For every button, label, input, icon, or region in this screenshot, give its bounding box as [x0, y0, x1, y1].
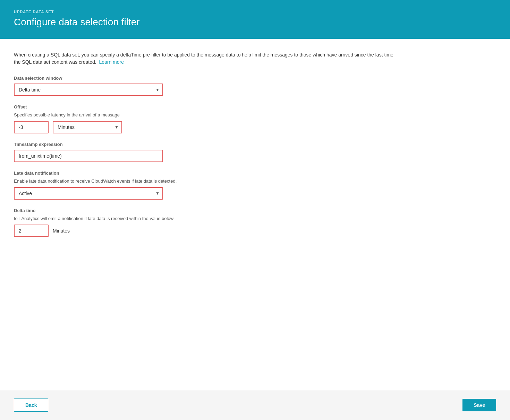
offset-unit-wrapper: Seconds Minutes Hours Days ▼: [53, 121, 122, 133]
offset-row: Seconds Minutes Hours Days ▼: [14, 121, 496, 133]
data-selection-window-select[interactable]: Delta time None: [14, 84, 163, 96]
timestamp-expression-label: Timestamp expression: [14, 142, 496, 147]
timestamp-expression-group: Timestamp expression: [14, 142, 496, 162]
delta-time-group: Delta time IoT Analytics will emit a not…: [14, 208, 496, 237]
main-content: When creating a SQL data set, you can sp…: [0, 39, 510, 390]
offset-sublabel: Specifies possible latency in the arriva…: [14, 112, 496, 117]
late-data-notification-wrapper: Active Inactive ▼: [14, 187, 163, 200]
data-selection-window-wrapper: Delta time None ▼: [14, 84, 163, 96]
page-subtitle: UPDATE DATA SET: [14, 10, 496, 14]
offset-unit-select[interactable]: Seconds Minutes Hours Days: [53, 121, 122, 133]
delta-time-label: Delta time: [14, 208, 496, 213]
late-data-notification-group: Late data notification Enable late data …: [14, 170, 496, 200]
data-selection-window-group: Data selection window Delta time None ▼: [14, 76, 496, 96]
page-header: UPDATE DATA SET Configure data selection…: [0, 0, 510, 39]
offset-group: Offset Specifies possible latency in the…: [14, 104, 496, 133]
page-footer: Back Save: [0, 390, 510, 420]
late-data-notification-label: Late data notification: [14, 170, 496, 176]
description-text: When creating a SQL data set, you can sp…: [14, 51, 396, 66]
save-button[interactable]: Save: [462, 399, 496, 411]
late-data-notification-select[interactable]: Active Inactive: [14, 187, 163, 200]
back-button[interactable]: Back: [14, 399, 48, 412]
timestamp-expression-input[interactable]: [14, 150, 163, 162]
delta-time-unit-label: Minutes: [53, 228, 70, 234]
offset-label: Offset: [14, 104, 496, 110]
data-selection-window-label: Data selection window: [14, 76, 496, 81]
delta-time-value-input[interactable]: [14, 225, 49, 237]
delta-time-sublabel: IoT Analytics will emit a notification i…: [14, 216, 496, 221]
page-title: Configure data selection filter: [14, 17, 496, 28]
learn-more-link[interactable]: Learn more: [99, 59, 124, 65]
late-data-notification-sublabel: Enable late data notification to receive…: [14, 178, 496, 184]
delta-time-row: Minutes: [14, 225, 496, 237]
offset-value-input[interactable]: [14, 121, 49, 133]
